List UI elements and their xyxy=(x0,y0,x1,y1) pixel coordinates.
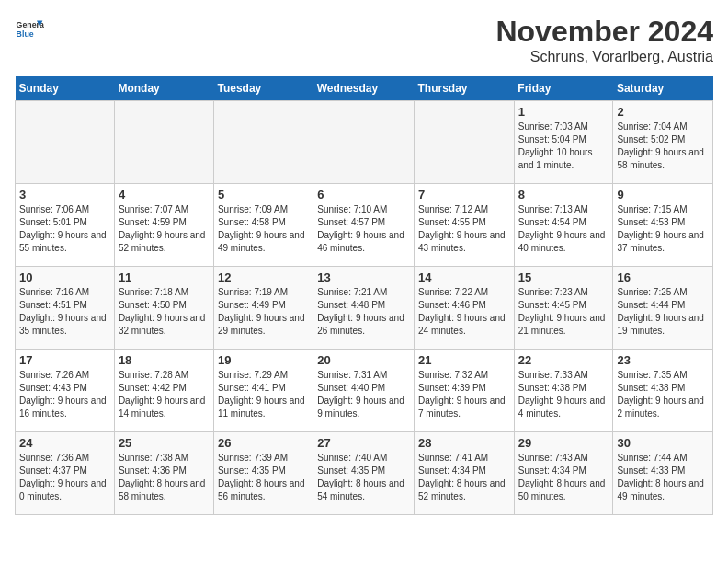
day-cell: 8Sunrise: 7:13 AM Sunset: 4:54 PM Daylig… xyxy=(514,184,613,267)
day-cell: 14Sunrise: 7:22 AM Sunset: 4:46 PM Dayli… xyxy=(415,267,515,350)
day-cell: 10Sunrise: 7:16 AM Sunset: 4:51 PM Dayli… xyxy=(16,267,115,350)
day-cell: 20Sunrise: 7:31 AM Sunset: 4:40 PM Dayli… xyxy=(313,350,415,432)
day-info: Sunrise: 7:36 AM Sunset: 4:37 PM Dayligh… xyxy=(19,452,110,503)
day-cell xyxy=(313,101,415,184)
day-cell: 4Sunrise: 7:07 AM Sunset: 4:59 PM Daylig… xyxy=(114,184,213,267)
day-cell: 23Sunrise: 7:35 AM Sunset: 4:38 PM Dayli… xyxy=(613,350,713,432)
day-info: Sunrise: 7:44 AM Sunset: 4:33 PM Dayligh… xyxy=(617,452,709,503)
day-cell: 7Sunrise: 7:12 AM Sunset: 4:55 PM Daylig… xyxy=(415,184,515,267)
day-info: Sunrise: 7:15 AM Sunset: 4:53 PM Dayligh… xyxy=(617,203,709,255)
location-title: Schruns, Vorarlberg, Austria xyxy=(495,49,713,65)
day-number: 30 xyxy=(617,436,709,450)
day-cell: 5Sunrise: 7:09 AM Sunset: 4:58 PM Daylig… xyxy=(213,184,313,267)
day-number: 16 xyxy=(617,270,709,284)
week-row-0: 1Sunrise: 7:03 AM Sunset: 5:04 PM Daylig… xyxy=(16,101,713,184)
svg-text:Blue: Blue xyxy=(17,29,34,39)
header-saturday: Saturday xyxy=(613,76,713,101)
day-info: Sunrise: 7:31 AM Sunset: 4:40 PM Dayligh… xyxy=(317,369,410,420)
day-info: Sunrise: 7:38 AM Sunset: 4:36 PM Dayligh… xyxy=(119,452,210,503)
day-cell: 1Sunrise: 7:03 AM Sunset: 5:04 PM Daylig… xyxy=(514,101,613,184)
day-info: Sunrise: 7:03 AM Sunset: 5:04 PM Dayligh… xyxy=(518,121,609,172)
day-number: 29 xyxy=(518,436,609,450)
week-row-1: 3Sunrise: 7:06 AM Sunset: 5:01 PM Daylig… xyxy=(16,184,713,267)
day-cell: 26Sunrise: 7:39 AM Sunset: 4:35 PM Dayli… xyxy=(213,432,313,515)
day-cell: 22Sunrise: 7:33 AM Sunset: 4:38 PM Dayli… xyxy=(514,350,613,432)
logo: General Blue xyxy=(15,15,44,44)
day-number: 4 xyxy=(119,188,210,201)
day-number: 24 xyxy=(19,436,110,450)
week-row-3: 17Sunrise: 7:26 AM Sunset: 4:43 PM Dayli… xyxy=(16,350,713,432)
day-cell: 27Sunrise: 7:40 AM Sunset: 4:35 PM Dayli… xyxy=(313,432,415,515)
day-cell: 12Sunrise: 7:19 AM Sunset: 4:49 PM Dayli… xyxy=(213,267,313,350)
day-number: 3 xyxy=(19,188,110,201)
day-number: 19 xyxy=(218,353,309,367)
day-cell: 11Sunrise: 7:18 AM Sunset: 4:50 PM Dayli… xyxy=(114,267,213,350)
day-info: Sunrise: 7:23 AM Sunset: 4:45 PM Dayligh… xyxy=(518,286,609,338)
day-cell: 25Sunrise: 7:38 AM Sunset: 4:36 PM Dayli… xyxy=(114,432,213,515)
day-cell: 2Sunrise: 7:04 AM Sunset: 5:02 PM Daylig… xyxy=(613,101,713,184)
day-cell: 29Sunrise: 7:43 AM Sunset: 4:34 PM Dayli… xyxy=(514,432,613,515)
day-cell: 16Sunrise: 7:25 AM Sunset: 4:44 PM Dayli… xyxy=(613,267,713,350)
day-cell xyxy=(213,101,313,184)
day-cell xyxy=(114,101,213,184)
day-number: 18 xyxy=(119,353,210,367)
title-area: November 2024 Schruns, Vorarlberg, Austr… xyxy=(495,15,713,65)
day-info: Sunrise: 7:35 AM Sunset: 4:38 PM Dayligh… xyxy=(617,369,709,420)
day-info: Sunrise: 7:16 AM Sunset: 4:51 PM Dayligh… xyxy=(19,286,110,338)
header-tuesday: Tuesday xyxy=(213,76,313,101)
day-cell: 3Sunrise: 7:06 AM Sunset: 5:01 PM Daylig… xyxy=(16,184,115,267)
day-number: 10 xyxy=(19,270,110,284)
day-number: 9 xyxy=(617,188,709,201)
header-monday: Monday xyxy=(114,76,213,101)
day-info: Sunrise: 7:26 AM Sunset: 4:43 PM Dayligh… xyxy=(19,369,110,420)
day-number: 6 xyxy=(317,188,410,201)
day-number: 26 xyxy=(218,436,309,450)
day-number: 13 xyxy=(317,270,410,284)
day-cell: 30Sunrise: 7:44 AM Sunset: 4:33 PM Dayli… xyxy=(613,432,713,515)
calendar-table: SundayMondayTuesdayWednesdayThursdayFrid… xyxy=(15,76,713,515)
header-thursday: Thursday xyxy=(415,76,515,101)
day-info: Sunrise: 7:13 AM Sunset: 4:54 PM Dayligh… xyxy=(518,203,609,255)
header-friday: Friday xyxy=(514,76,613,101)
header-sunday: Sunday xyxy=(16,76,115,101)
day-info: Sunrise: 7:25 AM Sunset: 4:44 PM Dayligh… xyxy=(617,286,709,338)
day-number: 8 xyxy=(518,188,609,201)
day-info: Sunrise: 7:39 AM Sunset: 4:35 PM Dayligh… xyxy=(218,452,309,503)
day-cell: 6Sunrise: 7:10 AM Sunset: 4:57 PM Daylig… xyxy=(313,184,415,267)
day-number: 23 xyxy=(617,353,709,367)
day-cell: 15Sunrise: 7:23 AM Sunset: 4:45 PM Dayli… xyxy=(514,267,613,350)
day-info: Sunrise: 7:18 AM Sunset: 4:50 PM Dayligh… xyxy=(119,286,210,338)
day-info: Sunrise: 7:40 AM Sunset: 4:35 PM Dayligh… xyxy=(317,452,410,503)
day-info: Sunrise: 7:12 AM Sunset: 4:55 PM Dayligh… xyxy=(418,203,510,255)
day-info: Sunrise: 7:19 AM Sunset: 4:49 PM Dayligh… xyxy=(218,286,309,338)
day-number: 21 xyxy=(418,353,510,367)
day-number: 15 xyxy=(518,270,609,284)
day-number: 14 xyxy=(418,270,510,284)
day-info: Sunrise: 7:41 AM Sunset: 4:34 PM Dayligh… xyxy=(418,452,510,503)
header: General Blue November 2024 Schruns, Vora… xyxy=(15,15,713,65)
day-info: Sunrise: 7:04 AM Sunset: 5:02 PM Dayligh… xyxy=(617,121,709,172)
day-info: Sunrise: 7:22 AM Sunset: 4:46 PM Dayligh… xyxy=(418,286,510,338)
day-cell xyxy=(415,101,515,184)
day-number: 12 xyxy=(218,270,309,284)
day-number: 7 xyxy=(418,188,510,201)
day-info: Sunrise: 7:32 AM Sunset: 4:39 PM Dayligh… xyxy=(418,369,510,420)
day-number: 11 xyxy=(119,270,210,284)
day-number: 5 xyxy=(218,188,309,201)
day-number: 25 xyxy=(119,436,210,450)
day-info: Sunrise: 7:33 AM Sunset: 4:38 PM Dayligh… xyxy=(518,369,609,420)
day-info: Sunrise: 7:07 AM Sunset: 4:59 PM Dayligh… xyxy=(119,203,210,255)
day-cell: 21Sunrise: 7:32 AM Sunset: 4:39 PM Dayli… xyxy=(415,350,515,432)
day-number: 27 xyxy=(317,436,410,450)
day-number: 28 xyxy=(418,436,510,450)
day-cell: 9Sunrise: 7:15 AM Sunset: 4:53 PM Daylig… xyxy=(613,184,713,267)
day-number: 1 xyxy=(518,105,609,119)
day-info: Sunrise: 7:29 AM Sunset: 4:41 PM Dayligh… xyxy=(218,369,309,420)
week-row-4: 24Sunrise: 7:36 AM Sunset: 4:37 PM Dayli… xyxy=(16,432,713,515)
day-number: 2 xyxy=(617,105,709,119)
day-info: Sunrise: 7:28 AM Sunset: 4:42 PM Dayligh… xyxy=(119,369,210,420)
logo-icon: General Blue xyxy=(15,15,44,44)
day-cell: 17Sunrise: 7:26 AM Sunset: 4:43 PM Dayli… xyxy=(16,350,115,432)
day-info: Sunrise: 7:21 AM Sunset: 4:48 PM Dayligh… xyxy=(317,286,410,338)
header-wednesday: Wednesday xyxy=(313,76,415,101)
